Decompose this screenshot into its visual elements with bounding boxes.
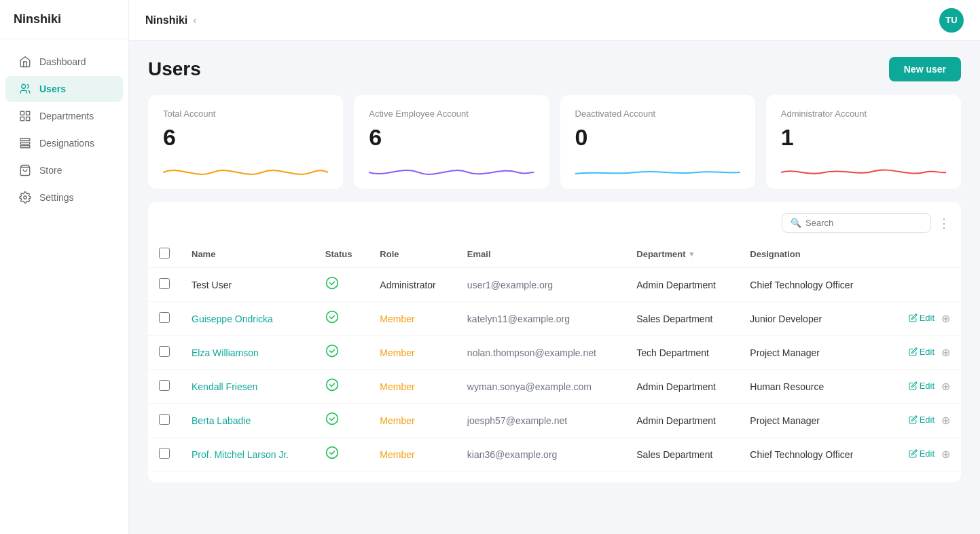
row-email: user1@example.org (456, 268, 625, 302)
edit-icon (909, 381, 918, 390)
search-box[interactable]: 🔍 (782, 213, 931, 233)
more-options-icon[interactable]: ⊕ (941, 415, 950, 426)
row-email: wyman.sonya@example.com (456, 370, 625, 404)
status-active-svg (325, 378, 339, 392)
edit-button[interactable]: Edit (909, 449, 934, 459)
row-checkbox[interactable] (159, 448, 170, 459)
edit-button[interactable]: Edit (909, 381, 934, 391)
chevron-left-icon[interactable]: ‹ (193, 14, 196, 26)
departments-icon (19, 110, 31, 122)
status-active-svg (325, 412, 339, 425)
row-checkbox[interactable] (159, 380, 170, 391)
sidebar-item-label: Departments (39, 111, 94, 121)
row-department: Sales Department (625, 438, 739, 472)
sidebar-item-departments[interactable]: Departments (5, 103, 123, 129)
svg-point-12 (326, 345, 338, 357)
table-section: 🔍 ⋮ Name Status Role Email (148, 202, 961, 482)
more-options-icon[interactable]: ⊕ (941, 313, 950, 324)
header-email: Email (456, 241, 625, 268)
row-department: Admin Department (625, 370, 739, 404)
more-options-icon[interactable]: ⊕ (941, 449, 950, 460)
grid-view-icon[interactable]: ⋮ (938, 216, 950, 231)
sidebar-item-designations[interactable]: Designations (5, 130, 123, 156)
svg-point-9 (24, 196, 27, 199)
row-designation: Junior Developer (739, 302, 879, 336)
row-name[interactable]: Guiseppe Ondricka (181, 302, 314, 336)
select-all-checkbox[interactable] (159, 248, 170, 259)
wave-active (369, 159, 534, 186)
row-designation: Project Manager (739, 404, 879, 438)
row-checkbox[interactable] (159, 414, 170, 425)
row-checkbox-cell (148, 268, 181, 302)
row-actions: Edit ⊕ (879, 336, 961, 370)
row-checkbox[interactable] (159, 312, 170, 323)
designations-icon (19, 137, 31, 149)
row-checkbox[interactable] (159, 278, 170, 289)
main-area: Ninshiki ‹ TU Users New user Total Accou… (129, 0, 980, 534)
row-name[interactable]: Berta Labadie (181, 404, 314, 438)
sidebar-item-dashboard[interactable]: Dashboard (5, 49, 123, 75)
users-table: Name Status Role Email Department ▼ Desi… (148, 241, 961, 472)
edit-icon (909, 449, 918, 458)
row-checkbox-cell (148, 302, 181, 336)
row-status (314, 370, 369, 404)
avatar[interactable]: TU (939, 8, 964, 33)
svg-rect-5 (20, 138, 30, 140)
row-email: katelyn11@example.org (456, 302, 625, 336)
row-name[interactable]: Kendall Friesen (181, 370, 314, 404)
table-row: Prof. Mitchel Larson Jr. Member kian36@e… (148, 438, 961, 472)
sidebar-item-label: Designations (39, 138, 94, 149)
sidebar-item-store[interactable]: Store (5, 157, 123, 183)
status-active-icon (325, 381, 339, 394)
header-status: Status (314, 241, 369, 268)
sidebar-item-label: Dashboard (39, 56, 86, 67)
stat-card-admin: Administrator Account 1 (766, 95, 961, 189)
svg-point-11 (326, 311, 338, 323)
sidebar-item-settings[interactable]: Settings (5, 185, 123, 210)
sidebar-item-users[interactable]: Users (5, 76, 123, 102)
row-actions: Edit ⊕ (879, 438, 961, 472)
header-actions (879, 241, 961, 268)
new-user-button[interactable]: New user (889, 57, 961, 81)
status-active-icon (325, 313, 339, 326)
stat-value-active: 6 (369, 124, 534, 151)
stat-label-active: Active Employee Account (369, 109, 534, 119)
topbar-brand: Ninshiki (145, 14, 187, 26)
status-active-svg (325, 276, 339, 290)
more-options-icon[interactable]: ⊕ (941, 347, 950, 358)
row-actions (879, 268, 961, 302)
row-status (314, 302, 369, 336)
stat-card-total: Total Account 6 (148, 95, 343, 189)
svg-point-13 (326, 379, 338, 391)
stat-label-total: Total Account (163, 109, 328, 119)
row-department: Admin Department (625, 268, 739, 302)
row-name[interactable]: Elza Williamson (181, 336, 314, 370)
edit-button[interactable]: Edit (909, 415, 934, 425)
edit-icon (909, 415, 918, 424)
row-designation: Project Manager (739, 336, 879, 370)
wave-total (163, 159, 328, 186)
row-department: Sales Department (625, 302, 739, 336)
row-checkbox[interactable] (159, 346, 170, 357)
row-email: nolan.thompson@example.net (456, 336, 625, 370)
department-sort[interactable]: Department ▼ (636, 249, 695, 259)
edit-icon (909, 313, 918, 322)
table-row: Guiseppe Ondricka Member katelyn11@examp… (148, 302, 961, 336)
search-input[interactable] (805, 218, 922, 228)
row-name[interactable]: Test User (181, 268, 314, 302)
wave-deactivated (575, 159, 740, 186)
gear-icon (19, 191, 31, 204)
edit-button[interactable]: Edit (909, 313, 934, 323)
header-department[interactable]: Department ▼ (625, 241, 739, 268)
edit-button[interactable]: Edit (909, 347, 934, 357)
table-toolbar: 🔍 ⋮ (148, 213, 961, 241)
table-row: Elza Williamson Member nolan.thompson@ex… (148, 336, 961, 370)
row-actions: Edit ⊕ (879, 404, 961, 438)
row-department: Tech Department (625, 336, 739, 370)
home-icon (19, 56, 31, 68)
svg-rect-1 (20, 111, 24, 115)
row-name[interactable]: Prof. Mitchel Larson Jr. (181, 438, 314, 472)
wave-admin (781, 159, 946, 186)
row-designation: Human Resource (739, 370, 879, 404)
more-options-icon[interactable]: ⊕ (941, 381, 950, 392)
